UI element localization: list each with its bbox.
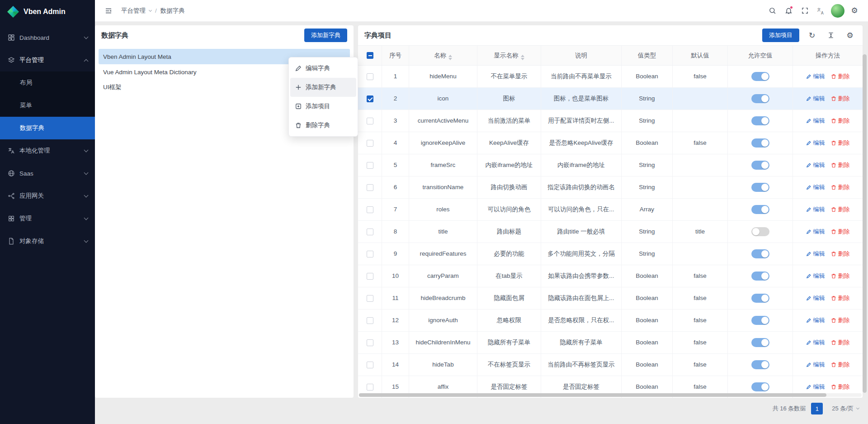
sidebar-item-dashboard[interactable]: Dashboard <box>0 26 95 49</box>
notification-bell-icon[interactable] <box>782 5 795 17</box>
allow-null-toggle[interactable] <box>751 382 769 391</box>
delete-button[interactable]: 删除 <box>831 139 850 147</box>
table-header: 序号 名称 显示名称 说明 值类型 默认值 允许空值 操作方法 <box>358 45 863 66</box>
allow-null-toggle[interactable] <box>751 205 769 214</box>
row-height-icon[interactable] <box>825 29 837 42</box>
edit-button[interactable]: 编辑 <box>806 272 825 280</box>
row-checkbox[interactable] <box>367 184 373 191</box>
sidebar-item-menu[interactable]: 菜单 <box>0 94 95 117</box>
edit-button[interactable]: 编辑 <box>806 117 825 125</box>
delete-button[interactable]: 删除 <box>831 72 850 81</box>
vertical-scrollbar[interactable] <box>863 54 867 393</box>
edit-button[interactable]: 编辑 <box>806 316 825 324</box>
page-button-1[interactable]: 1 <box>811 403 823 414</box>
row-checkbox[interactable] <box>367 73 373 80</box>
row-checkbox[interactable] <box>367 295 373 302</box>
edit-button[interactable]: 编辑 <box>806 205 825 214</box>
scrollbar-thumb[interactable] <box>359 393 826 397</box>
column-header-no[interactable]: 序号 <box>382 46 409 65</box>
sort-icon[interactable] <box>448 55 452 60</box>
row-checkbox[interactable] <box>367 95 373 102</box>
context-menu-delete-dictionary[interactable]: 删除字典 <box>290 116 356 135</box>
row-checkbox[interactable] <box>367 273 373 280</box>
sidebar-item-gateway[interactable]: 应用网关 <box>0 185 95 207</box>
column-header-name[interactable]: 名称 <box>409 46 477 65</box>
delete-button[interactable]: 删除 <box>831 383 850 391</box>
context-menu-edit-dictionary[interactable]: 编辑字典 <box>290 59 356 78</box>
edit-button[interactable]: 编辑 <box>806 72 825 81</box>
edit-button[interactable]: 编辑 <box>806 95 825 103</box>
allow-null-toggle[interactable] <box>751 316 769 325</box>
edit-button[interactable]: 编辑 <box>806 228 825 236</box>
delete-button[interactable]: 删除 <box>831 205 850 214</box>
edit-button[interactable]: 编辑 <box>806 161 825 169</box>
sort-icon[interactable] <box>521 55 524 60</box>
page-size-select[interactable]: 25 条/页 <box>828 403 863 414</box>
sidebar-item-layout[interactable]: 布局 <box>0 71 95 94</box>
allow-null-toggle[interactable] <box>751 183 769 192</box>
delete-button[interactable]: 删除 <box>831 361 850 369</box>
row-checkbox[interactable] <box>367 118 373 124</box>
row-checkbox[interactable] <box>367 317 373 324</box>
allow-null-toggle[interactable] <box>751 272 769 281</box>
row-checkbox[interactable] <box>367 229 373 235</box>
allow-null-toggle[interactable] <box>751 138 769 148</box>
context-menu-add-dictionary[interactable]: 添加新字典 <box>290 78 356 97</box>
allow-null-toggle[interactable] <box>751 360 769 369</box>
translate-icon[interactable]: 文A <box>815 5 827 17</box>
add-item-button[interactable]: 添加项目 <box>762 29 799 42</box>
delete-button[interactable]: 删除 <box>831 161 850 169</box>
add-dictionary-button[interactable]: 添加新字典 <box>304 29 347 42</box>
allow-null-toggle[interactable] <box>751 338 769 347</box>
edit-button[interactable]: 编辑 <box>806 361 825 369</box>
horizontal-scrollbar[interactable] <box>359 393 862 397</box>
sidebar-item-data-dictionary[interactable]: 数据字典 <box>0 117 95 139</box>
context-menu-add-item[interactable]: 添加项目 <box>290 97 356 116</box>
breadcrumb-platform[interactable]: 平台管理 <box>121 7 146 15</box>
edit-button[interactable]: 编辑 <box>806 383 825 391</box>
search-icon[interactable] <box>766 5 778 17</box>
allow-null-toggle[interactable] <box>751 161 769 170</box>
row-checkbox[interactable] <box>367 251 373 257</box>
edit-button[interactable]: 编辑 <box>806 294 825 302</box>
edit-button[interactable]: 编辑 <box>806 183 825 191</box>
select-all-checkbox[interactable] <box>367 52 373 59</box>
row-checkbox[interactable] <box>367 206 373 213</box>
allow-null-toggle[interactable] <box>751 249 769 258</box>
row-checkbox[interactable] <box>367 384 373 391</box>
app-logo[interactable]: Vben Admin <box>0 0 95 24</box>
allow-null-toggle[interactable] <box>751 94 769 103</box>
delete-button[interactable]: 删除 <box>831 272 850 280</box>
allow-null-toggle[interactable] <box>751 227 769 236</box>
delete-button[interactable]: 删除 <box>831 183 850 191</box>
row-checkbox[interactable] <box>367 362 373 368</box>
row-checkbox[interactable] <box>367 339 373 346</box>
delete-button[interactable]: 删除 <box>831 250 850 258</box>
fullscreen-icon[interactable] <box>798 5 811 17</box>
delete-button[interactable]: 删除 <box>831 338 850 347</box>
delete-button[interactable]: 删除 <box>831 294 850 302</box>
edit-button[interactable]: 编辑 <box>806 139 825 147</box>
allow-null-toggle[interactable] <box>751 294 769 303</box>
row-checkbox[interactable] <box>367 162 373 169</box>
column-header-display-name[interactable]: 显示名称 <box>477 46 541 65</box>
avatar[interactable] <box>831 4 844 18</box>
edit-button[interactable]: 编辑 <box>806 250 825 258</box>
sidebar-item-object-storage[interactable]: 对象存储 <box>0 230 95 252</box>
delete-button[interactable]: 删除 <box>831 117 850 125</box>
settings-gear-icon[interactable]: ⚙ <box>848 5 861 17</box>
allow-null-toggle[interactable] <box>751 72 769 81</box>
delete-button[interactable]: 删除 <box>831 228 850 236</box>
allow-null-toggle[interactable] <box>751 116 769 125</box>
row-checkbox[interactable] <box>367 140 373 147</box>
delete-button[interactable]: 删除 <box>831 316 850 324</box>
column-settings-icon[interactable]: ⚙ <box>844 29 856 42</box>
sidebar-item-platform[interactable]: 平台管理 <box>0 49 95 71</box>
sidebar-item-localization[interactable]: 本地化管理 <box>0 139 95 162</box>
sidebar-collapse-icon[interactable] <box>102 5 115 17</box>
sidebar-item-saas[interactable]: Saas <box>0 162 95 185</box>
delete-button[interactable]: 删除 <box>831 95 850 103</box>
edit-button[interactable]: 编辑 <box>806 338 825 347</box>
sidebar-item-management[interactable]: 管理 <box>0 207 95 230</box>
refresh-icon[interactable]: ↻ <box>806 29 818 42</box>
